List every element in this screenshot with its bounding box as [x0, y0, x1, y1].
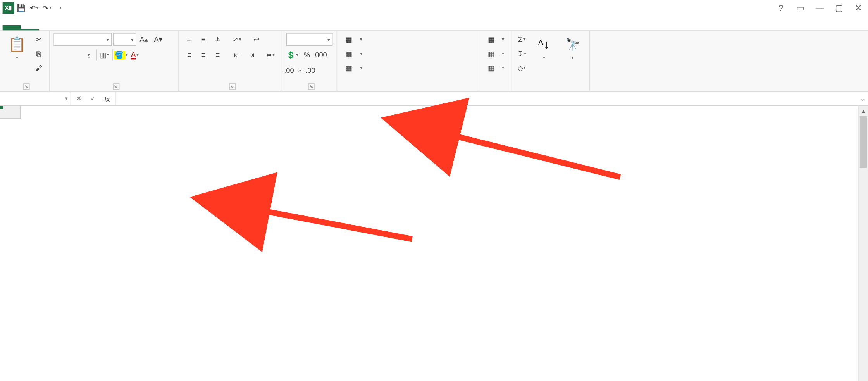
- ribbon-tabs: [0, 16, 868, 31]
- group-alignment: ⫠ ≡ ⫡ ⤢▾ ↩ ≡ ≡ ≡ ⇤ ⇥ ⬌▾: [179, 31, 282, 91]
- undo-icon[interactable]: ↶▾: [28, 2, 40, 14]
- increase-indent-icon[interactable]: ⇥: [245, 48, 258, 61]
- ribbon-display-icon[interactable]: ▭: [793, 2, 808, 14]
- format-cells-button[interactable]: ▦▾: [483, 61, 507, 74]
- increase-font-icon[interactable]: A▴: [138, 33, 150, 46]
- enter-formula-icon[interactable]: ✓: [88, 93, 98, 104]
- orientation-icon[interactable]: ⤢▾: [231, 33, 243, 46]
- qat-customize-icon[interactable]: ▾: [54, 2, 66, 14]
- italic-button[interactable]: [68, 48, 81, 61]
- group-clipboard: 📋 ▾ ✂ ⎘ 🖌 ⬊: [0, 31, 50, 91]
- decrease-font-icon[interactable]: A▾: [152, 33, 165, 46]
- conditional-formatting-button[interactable]: ▦▾: [341, 33, 365, 46]
- merge-icon[interactable]: ⬌▾: [264, 48, 277, 61]
- align-bottom-icon[interactable]: ⫡: [211, 33, 224, 46]
- bold-button[interactable]: [53, 48, 66, 61]
- cancel-formula-icon[interactable]: ✕: [74, 93, 84, 104]
- excel-logo-icon: X▮: [3, 2, 14, 14]
- wrap-text-icon[interactable]: ↩: [250, 33, 263, 46]
- expand-formula-bar-icon[interactable]: ⌄: [860, 95, 865, 102]
- help-icon[interactable]: ?: [774, 2, 788, 14]
- tab-view[interactable]: [129, 25, 147, 30]
- align-left-icon[interactable]: ≡: [183, 48, 196, 61]
- increase-decimal-icon[interactable]: .00→: [286, 64, 299, 77]
- tab-file[interactable]: [3, 25, 21, 30]
- font-launcher-icon[interactable]: ⬊: [113, 83, 119, 90]
- clear-icon[interactable]: ◇▾: [515, 61, 528, 74]
- ribbon: 📋 ▾ ✂ ⎘ 🖌 ⬊ A▴ A▾: [0, 31, 868, 92]
- tab-formulas[interactable]: [75, 25, 93, 30]
- accounting-icon[interactable]: 💲▾: [286, 48, 299, 61]
- table-icon: ▦: [344, 48, 354, 59]
- cell-styles-icon: ▦: [344, 63, 354, 73]
- tab-page-layout[interactable]: [57, 25, 75, 30]
- name-box[interactable]: [0, 92, 71, 105]
- tab-home[interactable]: [21, 24, 39, 31]
- format-painter-icon[interactable]: 🖌: [32, 61, 45, 74]
- minimize-icon[interactable]: —: [813, 2, 827, 14]
- comma-icon[interactable]: 000: [315, 48, 327, 61]
- find-select-button[interactable]: 🔭 ▾: [560, 33, 586, 61]
- quick-access-toolbar: X▮ 💾 ↶▾ ↷▾ ▾: [3, 2, 66, 14]
- sort-filter-icon: ᴬ↓: [534, 34, 554, 55]
- align-center-icon[interactable]: ≡: [197, 48, 210, 61]
- insert-function-icon[interactable]: fx: [102, 93, 112, 104]
- clipboard-icon: 📋: [7, 34, 27, 55]
- autosum-icon[interactable]: Σ▾: [515, 33, 528, 46]
- title-bar: X▮ 💾 ↶▾ ↷▾ ▾ ? ▭ — ▢ ✕: [0, 0, 868, 16]
- spreadsheet-grid[interactable]: ▲: [0, 106, 868, 381]
- sort-filter-button[interactable]: ᴬ↓ ▾: [531, 33, 557, 61]
- clipboard-launcher-icon[interactable]: ⬊: [23, 83, 30, 90]
- cut-icon[interactable]: ✂: [32, 33, 45, 46]
- fill-icon[interactable]: ↧▾: [515, 47, 528, 60]
- borders-icon[interactable]: ▦▾: [98, 48, 111, 61]
- vertical-scrollbar[interactable]: ▲: [858, 106, 868, 381]
- close-icon[interactable]: ✕: [851, 2, 866, 14]
- align-right-icon[interactable]: ≡: [211, 48, 224, 61]
- copy-icon[interactable]: ⎘: [32, 47, 45, 60]
- decrease-indent-icon[interactable]: ⇤: [231, 48, 243, 61]
- tab-data[interactable]: [93, 25, 111, 30]
- redo-icon[interactable]: ↷▾: [41, 2, 53, 14]
- insert-cells-button[interactable]: ▦▾: [483, 33, 507, 46]
- formula-input[interactable]: ⌄: [115, 92, 868, 105]
- active-cell[interactable]: [0, 106, 3, 109]
- binoculars-icon: 🔭: [562, 34, 582, 55]
- number-format-combo[interactable]: [286, 33, 332, 46]
- cell-styles-button[interactable]: ▦▾: [341, 61, 365, 74]
- font-name-combo[interactable]: [53, 33, 112, 46]
- percent-icon[interactable]: %: [300, 48, 313, 61]
- fill-color-icon[interactable]: 🪣▾: [114, 48, 127, 61]
- insert-cells-icon: ▦: [486, 34, 496, 45]
- align-top-icon[interactable]: ⫠: [183, 33, 196, 46]
- align-middle-icon[interactable]: ≡: [197, 33, 210, 46]
- tab-insert[interactable]: [39, 25, 57, 30]
- group-number: 💲▾ % 000 .00→ ←.00 ⬊: [282, 31, 337, 91]
- group-editing: Σ▾ ↧▾ ◇▾ ᴬ↓ ▾ 🔭 ▾: [512, 31, 590, 91]
- paste-button[interactable]: 📋 ▾: [4, 33, 30, 61]
- format-cells-icon: ▦: [486, 63, 496, 73]
- font-size-combo[interactable]: [113, 33, 136, 46]
- save-icon[interactable]: 💾: [16, 2, 27, 14]
- scroll-thumb[interactable]: [860, 116, 867, 168]
- scroll-up-icon[interactable]: ▲: [858, 106, 868, 116]
- conditional-format-icon: ▦: [344, 34, 354, 45]
- decrease-decimal-icon[interactable]: ←.00: [300, 64, 313, 77]
- group-styles: ▦▾ ▦▾ ▦▾: [337, 31, 479, 91]
- font-color-icon[interactable]: A▾: [129, 48, 141, 61]
- format-as-table-button[interactable]: ▦▾: [341, 47, 365, 60]
- formula-bar: ✕ ✓ fx ⌄: [0, 92, 868, 106]
- delete-cells-icon: ▦: [486, 48, 496, 59]
- tab-review[interactable]: [111, 25, 129, 30]
- maximize-icon[interactable]: ▢: [832, 2, 846, 14]
- delete-cells-button[interactable]: ▦▾: [483, 47, 507, 60]
- group-font: A▴ A▾ ▾ ▦▾ 🪣▾ A▾ ⬊: [50, 31, 179, 91]
- alignment-launcher-icon[interactable]: ⬊: [229, 83, 236, 90]
- underline-button[interactable]: ▾: [82, 48, 95, 61]
- group-cells: ▦▾ ▦▾ ▦▾: [479, 31, 512, 91]
- fill-handle[interactable]: [0, 106, 3, 109]
- number-launcher-icon[interactable]: ⬊: [308, 83, 315, 90]
